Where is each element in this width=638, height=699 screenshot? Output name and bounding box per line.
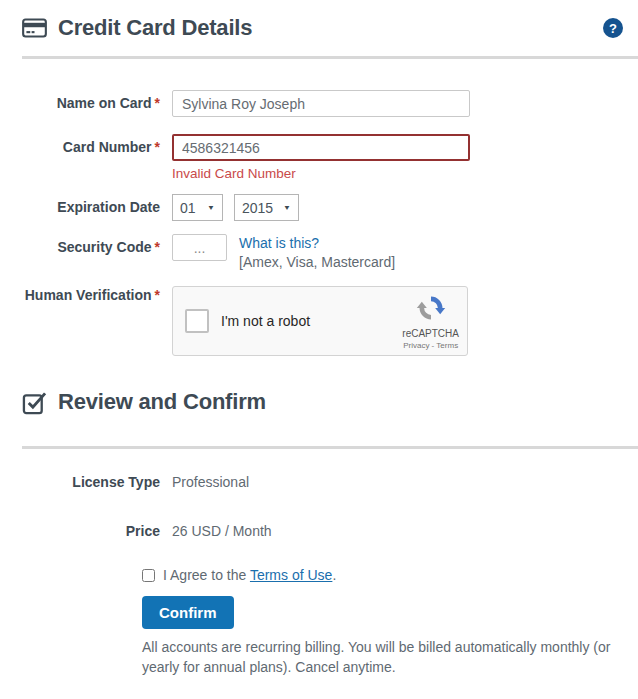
recaptcha-checkbox[interactable] [185, 309, 209, 333]
credit-card-section-header: Credit Card Details ? [22, 8, 638, 48]
label-text: Name on Card [57, 95, 152, 111]
expiry-month-select[interactable]: 01 ▼ [172, 194, 223, 221]
card-number-field: Invalid Card Number [172, 134, 470, 181]
section-divider [22, 446, 638, 449]
recaptcha-branding: reCAPTCHA Privacy - Terms [402, 293, 459, 350]
card-types-hint: [Amex, Visa, Mastercard] [239, 253, 395, 271]
expiry-year-value: 2015 [242, 200, 273, 216]
what-is-this-link[interactable]: What is this? [239, 234, 319, 253]
price-value: 26 USD / Month [172, 523, 272, 539]
confirm-area: I Agree to the Terms of Use. Confirm All… [142, 567, 638, 678]
recaptcha-privacy-terms-links[interactable]: Privacy - Terms [403, 341, 458, 350]
name-on-card-label: Name on Card* [22, 90, 160, 117]
price-label: Price [22, 523, 160, 539]
chevron-down-icon: ▼ [207, 204, 215, 212]
confirm-button[interactable]: Confirm [142, 596, 234, 629]
page-title: Credit Card Details [58, 15, 252, 41]
terms-of-use-link[interactable]: Terms of Use [250, 567, 332, 583]
expiration-date-row: Expiration Date 01 ▼ 2015 ▼ [22, 194, 638, 221]
license-type-label: License Type [22, 474, 160, 490]
recaptcha-widget: I'm not a robot reCAPTCHA Privacy - Term… [172, 286, 468, 356]
price-row: Price 26 USD / Month [22, 523, 638, 539]
card-number-row: Card Number* Invalid Card Number [22, 134, 638, 181]
license-type-value: Professional [172, 474, 249, 490]
human-verification-row: Human Verification* I'm not a robot reCA… [22, 284, 638, 356]
license-type-row: License Type Professional [22, 474, 638, 490]
review-section-header: Review and Confirm [22, 382, 638, 422]
required-marker: * [155, 95, 160, 111]
required-marker: * [155, 139, 160, 155]
expiry-month-value: 01 [180, 200, 196, 216]
review-title: Review and Confirm [58, 389, 266, 415]
expiry-year-select[interactable]: 2015 ▼ [234, 194, 299, 221]
help-icon[interactable]: ? [603, 18, 623, 38]
agreement-prefix: I Agree to the [163, 567, 250, 583]
human-verification-label: Human Verification* [22, 284, 160, 356]
label-text: Human Verification [25, 287, 152, 303]
credit-card-icon [22, 18, 47, 38]
payment-page: Credit Card Details ? Name on Card* Card… [0, 0, 638, 678]
agreement-suffix: . [332, 567, 336, 583]
required-marker: * [155, 239, 160, 255]
card-number-input[interactable] [172, 134, 470, 161]
card-number-error: Invalid Card Number [172, 166, 470, 181]
recaptcha-brand-text: reCAPTCHA [402, 328, 459, 339]
chevron-down-icon: ▼ [283, 204, 291, 212]
recaptcha-label: I'm not a robot [221, 313, 310, 329]
label-text: Card Number [63, 139, 152, 155]
card-number-label: Card Number* [22, 134, 160, 181]
billing-disclaimer: All accounts are recurring billing. You … [142, 638, 622, 678]
security-code-label: Security Code* [22, 234, 160, 271]
security-code-field: What is this? [Amex, Visa, Mastercard] [172, 234, 395, 271]
section-divider [22, 56, 638, 59]
security-code-input[interactable] [172, 234, 227, 261]
required-marker: * [155, 287, 160, 303]
expiration-date-label: Expiration Date [22, 194, 160, 221]
recaptcha-logo-icon [416, 293, 446, 327]
name-on-card-input[interactable] [172, 90, 470, 117]
security-code-help: What is this? [Amex, Visa, Mastercard] [239, 234, 395, 271]
agreement-row: I Agree to the Terms of Use. [142, 567, 638, 583]
credit-card-form: Name on Card* Card Number* Invalid Card … [22, 90, 638, 356]
checked-checkbox-icon [22, 390, 47, 415]
expiration-selects: 01 ▼ 2015 ▼ [172, 194, 299, 221]
label-text: Security Code [57, 239, 151, 255]
name-on-card-row: Name on Card* [22, 90, 638, 117]
agreement-text: I Agree to the Terms of Use. [163, 567, 336, 583]
security-code-row: Security Code* What is this? [Amex, Visa… [22, 234, 638, 271]
agree-checkbox[interactable] [142, 569, 155, 582]
